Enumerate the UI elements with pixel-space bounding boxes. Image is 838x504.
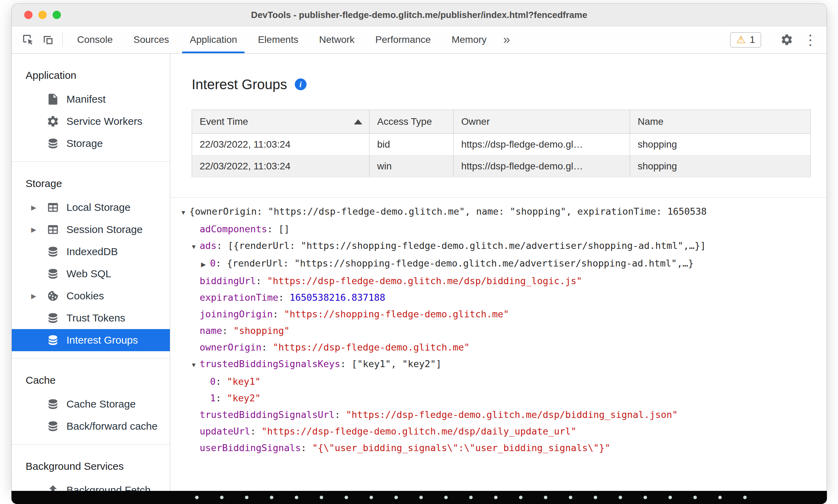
tab-elements[interactable]: Elements: [247, 26, 309, 53]
gear-icon: [780, 33, 793, 46]
sidebar-item-storage[interactable]: Storage: [12, 132, 170, 155]
tree-segment-string: "{\"user_bidding_signals\":\"user_biddin…: [312, 442, 610, 453]
gear-icon: [46, 115, 60, 128]
tree-segment-key: 1: [210, 393, 216, 403]
tree-segment-key: userBiddingSignals: [200, 442, 301, 453]
issues-badge[interactable]: 1: [730, 32, 761, 48]
tree-segment-plain: :: [262, 342, 273, 353]
expand-arrow-icon[interactable]: ▶: [31, 292, 46, 300]
sidebar-item-indexeddb[interactable]: IndexedDB: [12, 241, 170, 263]
more-tabs-button[interactable]: »: [497, 26, 516, 53]
inspect-element-button[interactable]: [18, 26, 38, 53]
collapse-icon[interactable]: ▼: [191, 239, 200, 255]
tree-segment-plain: : {renderUrl: "https://shopping-fledge-d…: [216, 258, 694, 269]
tree-segment-string: "https://dsp-fledge-demo.glitch.me/dsp/d…: [262, 426, 576, 437]
devtools-window: DevTools - publisher-fledge-demo.glitch.…: [11, 3, 827, 491]
toolbar-right: 1: [730, 26, 820, 53]
sidebar-section-background-services: Background ServicesBackground Fetch: [12, 445, 170, 491]
tab-network[interactable]: Network: [309, 26, 365, 53]
tab-sources[interactable]: Sources: [123, 26, 180, 53]
tab-memory[interactable]: Memory: [441, 26, 497, 53]
sidebar-item-session-storage[interactable]: ▶Session Storage: [12, 218, 170, 241]
tree-segment-string: "key1": [227, 376, 261, 387]
sidebar-item-label: Service Workers: [66, 115, 143, 127]
tree-segment-key: 0: [210, 258, 216, 269]
tree-segment-plain: {ownerOrigin: "https://dsp-fledge-demo.g…: [189, 206, 707, 217]
tab-console[interactable]: Console: [67, 26, 123, 53]
table-icon: [46, 223, 60, 236]
zoom-window-button[interactable]: [53, 11, 61, 19]
sidebar-item-cache-storage[interactable]: Cache Storage: [12, 393, 170, 415]
sidebar-item-label: Cookies: [66, 290, 104, 302]
tab-application[interactable]: Application: [179, 26, 247, 53]
tree-segment-plain: :: [301, 442, 312, 453]
tree-segment-plain: :: [335, 409, 346, 420]
table-row[interactable]: 22/03/2022, 11:03:24bidhttps://dsp-fledg…: [192, 134, 811, 156]
tree-segment-plain: : ["key1", "key2"]: [340, 358, 441, 369]
tree-segment-string: "https://dsp-fledge-demo.glitch.me/dsp/b…: [267, 276, 582, 286]
column-header-name[interactable]: Name: [630, 110, 811, 134]
sidebar-item-trust-tokens[interactable]: Trust Tokens: [12, 307, 170, 329]
column-header-access-type[interactable]: Access Type: [370, 110, 454, 134]
page-title-row: Interest Groups: [192, 75, 827, 94]
tree-line: ▶0: {renderUrl: "https://shopping-fledge…: [170, 255, 827, 273]
sort-ascending-icon: [354, 119, 362, 124]
section-title: Storage: [12, 178, 170, 189]
sidebar-item-service-workers[interactable]: Service Workers: [12, 110, 170, 132]
tree-segment-plain: :: [222, 325, 234, 336]
sidebar-item-cookies[interactable]: ▶Cookies: [12, 285, 170, 307]
database-icon: [46, 267, 60, 280]
sidebar-item-interest-groups[interactable]: Interest Groups: [12, 329, 170, 351]
tree-line: trustedBiddingSignalsUrl: "https://dsp-f…: [170, 407, 827, 423]
tree-segment-key: adComponents: [200, 224, 267, 234]
column-header-event-time[interactable]: Event Time: [192, 110, 370, 134]
close-window-button[interactable]: [24, 11, 33, 19]
expand-icon[interactable]: ▶: [201, 256, 210, 273]
collapse-icon[interactable]: ▼: [191, 357, 200, 373]
dots-pattern: [184, 495, 759, 500]
devtools-toolbar: ConsoleSourcesApplicationElementsNetwork…: [12, 26, 827, 54]
device-toolbar-icon: [42, 33, 55, 46]
sidebar-item-label: Local Storage: [66, 202, 130, 213]
section-title: Cache: [12, 374, 170, 386]
tree-segment-string: "https://shopping-fledge-demo.glitch.me": [284, 309, 509, 319]
sidebar-item-background-fetch[interactable]: Background Fetch: [12, 479, 170, 491]
expand-arrow-icon[interactable]: ▶: [31, 204, 46, 212]
sidebar-item-label: Interest Groups: [66, 334, 138, 346]
column-header-owner[interactable]: Owner: [454, 110, 630, 134]
sidebar-item-manifest[interactable]: Manifest: [12, 88, 170, 110]
expand-arrow-icon[interactable]: ▶: [31, 226, 46, 234]
settings-button[interactable]: [777, 33, 797, 46]
tree-line: 1: "key2": [170, 390, 827, 407]
tree-segment-plain: :: [256, 276, 267, 286]
tree-segment-key: joiningOrigin: [200, 309, 273, 319]
sidebar-item-back-forward-cache[interactable]: Back/forward cache: [12, 415, 170, 437]
menu-button[interactable]: [800, 32, 820, 48]
collapse-icon[interactable]: ▼: [180, 204, 189, 221]
table-cell: bid: [370, 134, 454, 156]
sidebar-item-label: IndexedDB: [66, 246, 118, 258]
main-inner: Interest Groups Event TimeAccess TypeOwn…: [170, 75, 827, 177]
document-icon: [46, 93, 60, 106]
tree-segment-plain: :: [279, 292, 290, 303]
database-icon: [46, 137, 60, 150]
sidebar-item-label: Web SQL: [66, 268, 111, 280]
tree-segment-string: "shopping": [234, 325, 290, 336]
tab-performance[interactable]: Performance: [365, 26, 441, 53]
interest-groups-table: Event TimeAccess TypeOwnerName 22/03/202…: [192, 110, 811, 177]
table-body: 22/03/2022, 11:03:24bidhttps://dsp-fledg…: [192, 134, 811, 177]
device-toolbar-button[interactable]: [38, 26, 58, 53]
table-row[interactable]: 22/03/2022, 11:03:24winhttps://dsp-fledg…: [192, 156, 811, 177]
database-icon: [46, 311, 60, 325]
info-icon[interactable]: [295, 78, 307, 90]
table-cell: https://dsp-fledge-demo.gl…: [454, 156, 630, 177]
table-cell: shopping: [630, 134, 811, 156]
minimize-window-button[interactable]: [38, 11, 47, 19]
sidebar-section-storage: Storage▶Local Storage▶Session StorageInd…: [12, 162, 170, 358]
sidebar-item-label: Background Fetch: [66, 484, 151, 491]
sidebar-item-local-storage[interactable]: ▶Local Storage: [12, 196, 170, 218]
tree-segment-plain: : [{renderUrl: "https://shopping-fledge-…: [217, 240, 706, 251]
sidebar-item-web-sql[interactable]: Web SQL: [12, 263, 170, 285]
tree-segment-plain: :: [250, 426, 262, 437]
page-background-strip: [11, 491, 827, 504]
